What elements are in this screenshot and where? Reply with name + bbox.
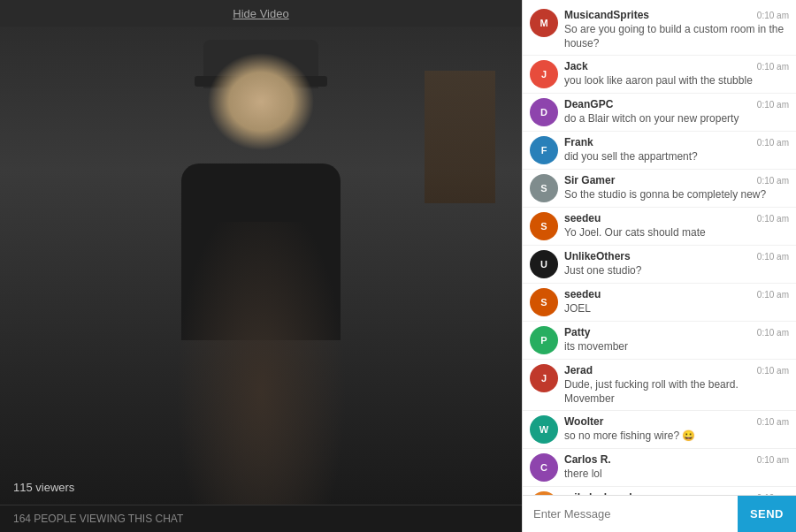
avatar: S: [530, 212, 558, 240]
chat-message: Sseedeu0:10 amJOEL: [523, 284, 796, 322]
username: Woolter: [564, 415, 603, 428]
avatar: S: [530, 288, 558, 316]
username: seedeu: [564, 212, 601, 224]
timestamp: 0:10 am: [757, 62, 789, 72]
username: UnlikeOthers: [564, 250, 631, 262]
message-text: its movember: [564, 340, 789, 354]
avatar: U: [530, 250, 558, 278]
avatar: S: [530, 174, 558, 202]
timestamp: 0:10 am: [757, 290, 789, 300]
avatar: J: [530, 364, 558, 392]
chat-viewers-count: 164 PEOPLE VIEWING THIS CHAT: [0, 505, 522, 532]
viewer-count: 115 viewers: [13, 481, 74, 494]
chat-message: SSir Gamer0:10 amSo the studio is gonna …: [523, 170, 796, 208]
video-panel: Hide Video 115 viewers 164 PEOPLE VIEWIN…: [0, 0, 522, 532]
username: Sir Gamer: [564, 174, 615, 186]
chat-message: DDeanGPC0:10 amdo a Blair witch on your …: [523, 94, 796, 132]
chat-message: WWoolter0:10 amso no more fishing wire? …: [523, 411, 796, 449]
timestamp: 0:10 am: [757, 417, 789, 427]
chat-message: Eerikcleybaugh0:10 amAaasahhhhhhhhhh goi…: [523, 487, 796, 495]
message-text: So are you going to build a custom room …: [564, 23, 789, 50]
username: seedeu: [564, 288, 601, 300]
timestamp: 0:10 am: [757, 214, 789, 224]
message-text: you look like aaron paul with the stubbl…: [564, 74, 789, 88]
avatar: C: [530, 453, 558, 482]
timestamp: 0:10 am: [757, 138, 789, 148]
message-text: so no more fishing wire? 😀: [564, 429, 789, 444]
message-text: did you sell the appartment?: [564, 150, 789, 164]
chat-message: PPatty0:10 amits movember: [523, 322, 796, 360]
username: Frank: [564, 136, 593, 148]
username: MusicandSprites: [564, 9, 649, 21]
message-input[interactable]: [523, 496, 738, 532]
timestamp: 0:10 am: [757, 11, 789, 20]
timestamp: 0:10 am: [757, 328, 789, 338]
hide-video-link[interactable]: Hide Video: [233, 7, 288, 20]
avatar: D: [530, 98, 558, 126]
chat-message: JJerad0:10 amDude, just fucking roll wit…: [523, 360, 796, 411]
video-container: 115 viewers: [0, 27, 522, 505]
message-text: So the studio is gonna be completely new…: [564, 188, 789, 202]
message-text: Just one studio?: [564, 264, 789, 278]
message-text: do a Blair witch on your new property: [564, 112, 789, 126]
timestamp: 0:10 am: [757, 100, 789, 110]
username: DeanGPC: [564, 98, 613, 110]
message-text: Yo Joel. Our cats should mate: [564, 226, 789, 240]
avatar: W: [530, 415, 558, 444]
hide-video-bar: Hide Video: [0, 0, 522, 27]
chat-messages: MMusicandSprites0:10 amSo are you going …: [523, 0, 796, 495]
message-text: there lol: [564, 467, 789, 482]
timestamp: 0:10 am: [757, 455, 789, 465]
avatar: P: [530, 326, 558, 354]
timestamp: 0:10 am: [757, 252, 789, 262]
username: Jack: [564, 60, 588, 72]
chat-panel: MMusicandSprites0:10 amSo are you going …: [522, 0, 796, 532]
username: Jerad: [564, 364, 593, 376]
video-feed: [0, 27, 522, 505]
username: Patty: [564, 326, 590, 338]
avatar: M: [530, 9, 558, 37]
avatar: J: [530, 60, 558, 88]
message-text: JOEL: [564, 302, 789, 316]
timestamp: 0:10 am: [757, 176, 789, 186]
avatar: F: [530, 136, 558, 164]
chat-message: UUnlikeOthers0:10 amJust one studio?: [523, 246, 796, 284]
chat-input-area: SEND: [523, 495, 796, 532]
username: Carlos R.: [564, 453, 611, 466]
chat-message: Sseedeu0:10 amYo Joel. Our cats should m…: [523, 208, 796, 246]
message-text: Dude, just fucking roll with the beard. …: [564, 378, 789, 406]
chat-message: JJack0:10 amyou look like aaron paul wit…: [523, 56, 796, 94]
chat-message: FFrank0:10 amdid you sell the appartment…: [523, 132, 796, 170]
chat-message: CCarlos R.0:10 amthere lol: [523, 449, 796, 487]
chat-message: MMusicandSprites0:10 amSo are you going …: [523, 4, 796, 56]
send-button[interactable]: SEND: [738, 496, 796, 532]
timestamp: 0:10 am: [757, 366, 789, 376]
